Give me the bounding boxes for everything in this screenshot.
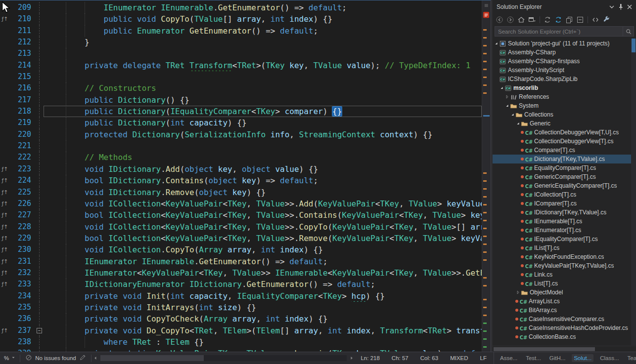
code-text[interactable] bbox=[44, 48, 482, 59]
tree-item[interactable]: Collections bbox=[493, 110, 636, 119]
tree-item[interactable]: C#IEnumerator[T].cs bbox=[493, 226, 636, 235]
chevron-expanded-icon[interactable] bbox=[499, 84, 504, 91]
document-health-error-icon[interactable] bbox=[483, 11, 490, 21]
implements-glyph-icon[interactable]: ƒ↑ bbox=[0, 209, 10, 221]
forward-icon[interactable] bbox=[505, 15, 515, 25]
position-item[interactable]: Ch: 57 bbox=[392, 355, 409, 361]
code-line[interactable]: 214 private delegate TRet Transform<TRet… bbox=[0, 60, 482, 71]
code-text[interactable]: private static KeyValuePair<TKey, TValue… bbox=[44, 348, 482, 352]
code-text[interactable]: public Dictionary(IEqualityComparer<TKey… bbox=[44, 106, 482, 117]
back-icon[interactable] bbox=[495, 15, 504, 25]
tree-item[interactable]: C#ICollection[T].cs bbox=[493, 190, 636, 199]
implements-glyph-icon[interactable]: ƒ↑ bbox=[0, 175, 10, 186]
implements-glyph-icon[interactable]: ƒ↑ bbox=[0, 256, 10, 267]
chevron-expanded-icon[interactable] bbox=[510, 111, 515, 118]
code-line[interactable]: 222 // Methods bbox=[0, 152, 482, 163]
code-line[interactable]: 238 where TRet : TElem {} bbox=[0, 336, 482, 348]
vscroll-thumb[interactable] bbox=[632, 39, 636, 52]
chevron-down-icon[interactable] bbox=[607, 2, 616, 11]
code-line[interactable]: 234 private void Init(int capacity, IEqu… bbox=[0, 290, 482, 302]
code-line[interactable]: ƒ↑224 bool IDictionary.Contains(object k… bbox=[0, 175, 482, 186]
tree-item[interactable]: C#GenericComparer[T].cs bbox=[493, 172, 636, 181]
implements-glyph-icon[interactable]: ƒ↑ bbox=[0, 279, 10, 290]
code-text[interactable]: private void CopyToCheck(Array array, in… bbox=[44, 313, 482, 324]
code-text[interactable]: void ICollection<KeyValuePair<TKey, TVal… bbox=[44, 198, 482, 209]
code-text[interactable]: void ICollection.CopyTo(Array array, int… bbox=[44, 244, 482, 255]
code-line[interactable]: ƒ↑210 public void CopyTo(TValue[] array,… bbox=[0, 13, 482, 25]
tool-window-tab[interactable]: Test... bbox=[524, 354, 543, 362]
code-line[interactable]: 239 private static KeyValuePair<TKey, TV… bbox=[0, 348, 482, 352]
tree-item[interactable]: C#ArrayList.cs bbox=[493, 297, 636, 306]
tree-item[interactable]: C#Assembly-UnityScript bbox=[493, 66, 636, 75]
code-text[interactable] bbox=[44, 140, 482, 152]
position-item[interactable]: Col: 63 bbox=[420, 355, 438, 361]
code-text[interactable]: private void Init(int capacity, IEqualit… bbox=[44, 290, 482, 302]
code-text[interactable]: private delegate TRet Transform<TRet>(TK… bbox=[44, 60, 482, 71]
implements-glyph-icon[interactable]: ƒ↑ bbox=[0, 233, 10, 244]
chevron-expanded-icon[interactable] bbox=[504, 102, 510, 109]
position-item[interactable]: MIXED bbox=[450, 355, 468, 361]
tree-item[interactable]: ObjectModel bbox=[493, 288, 636, 297]
code-line[interactable]: 217 public Dictionary() {} bbox=[0, 94, 482, 106]
tool-window-tab[interactable]: Tea... bbox=[626, 354, 636, 362]
tree-item[interactable]: C#Assembly-CSharp-firstpass bbox=[493, 57, 636, 66]
hscrollbar-thumb[interactable] bbox=[100, 355, 204, 361]
tree-item[interactable]: C#IEnumerable[T].cs bbox=[493, 217, 636, 226]
search-input[interactable] bbox=[495, 26, 623, 37]
code-line[interactable]: 220 protected Dictionary(SerializationIn… bbox=[0, 129, 482, 140]
tree-vertical-scrollbar[interactable] bbox=[631, 39, 636, 345]
chevron-expanded-icon[interactable] bbox=[494, 40, 499, 47]
tool-window-tab[interactable]: Class... bbox=[598, 354, 621, 362]
tree-item[interactable]: C#Dictionary[TKey,TValue].cs bbox=[493, 155, 636, 163]
search-icon[interactable] bbox=[623, 26, 634, 37]
code-text[interactable]: IEnumerator IEnumerable.GetEnumerator() … bbox=[44, 2, 482, 13]
code-line[interactable]: ƒ↑223 void IDictionary.Add(object key, o… bbox=[0, 163, 482, 175]
properties-wrench-icon[interactable] bbox=[601, 15, 611, 25]
tree-item[interactable]: References bbox=[493, 92, 636, 101]
code-text[interactable]: public Dictionary(int capacity) {} bbox=[44, 117, 482, 128]
tree-horizontal-scrollbar[interactable] bbox=[493, 346, 636, 352]
tree-item[interactable]: C#CollectionDebuggerView[T].cs bbox=[493, 137, 636, 146]
code-line[interactable]: ƒ↑226 void ICollection<KeyValuePair<TKey… bbox=[0, 198, 482, 209]
code-line[interactable]: ƒ↑233 IDictionaryEnumerator IDictionary.… bbox=[0, 279, 482, 290]
document-health-indicator[interactable]: No issues found bbox=[20, 354, 91, 362]
code-text[interactable]: } bbox=[44, 37, 482, 48]
implements-glyph-icon[interactable]: ƒ↑ bbox=[0, 163, 10, 175]
code-line[interactable]: ƒ↑228 void ICollection<KeyValuePair<TKey… bbox=[0, 221, 482, 233]
code-line[interactable]: 212 } bbox=[0, 37, 482, 48]
implements-glyph-icon[interactable]: ƒ↑ bbox=[0, 325, 10, 336]
tree-item[interactable]: C#EqualityComparer[T].cs bbox=[493, 163, 636, 172]
code-line[interactable]: ƒ↑237− private void Do_CopyTo<TRet, TEle… bbox=[0, 325, 482, 336]
tree-item[interactable]: C#CaseInsensitiveComparer.cs bbox=[493, 315, 636, 324]
close-icon[interactable] bbox=[625, 2, 634, 11]
implements-glyph-icon[interactable]: ƒ↑ bbox=[0, 244, 10, 255]
code-text[interactable] bbox=[44, 71, 482, 82]
code-line[interactable]: 211 public Enumerator GetEnumerator() =>… bbox=[0, 25, 482, 37]
tree-item[interactable]: C#IDictionary[TKey,TValue].cs bbox=[493, 208, 636, 217]
code-line[interactable]: ƒ↑229 bool ICollection<KeyValuePair<TKey… bbox=[0, 233, 482, 244]
code-text[interactable]: private void Do_CopyTo<TRet, TElem>(TEle… bbox=[44, 325, 482, 336]
tree-item[interactable]: C#mscorlib bbox=[493, 83, 636, 92]
tree-item[interactable]: Generic bbox=[493, 119, 636, 128]
tree-item[interactable]: C#IComparer[T].cs bbox=[493, 199, 636, 208]
position-item[interactable]: LF bbox=[480, 355, 487, 361]
code-line[interactable]: ƒ↑230 void ICollection.CopyTo(Array arra… bbox=[0, 244, 482, 255]
scroll-left-arrow[interactable] bbox=[91, 354, 99, 362]
tree-item[interactable]: C#GenericEqualityComparer[T].cs bbox=[493, 181, 636, 190]
code-text[interactable]: IEnumerator IEnumerable.GetEnumerator() … bbox=[44, 256, 482, 267]
code-line[interactable]: 216 // Constructors bbox=[0, 82, 482, 94]
editor-annotation-scrollbar[interactable] bbox=[482, 0, 491, 352]
code-text[interactable]: private void InitArrays(int size) {} bbox=[44, 302, 482, 313]
tree-item[interactable]: C#Comparer[T].cs bbox=[493, 146, 636, 155]
code-text[interactable]: IEnumerator<KeyValuePair<TKey, TValue>> … bbox=[44, 267, 482, 279]
code-line[interactable]: 236 private void CopyToCheck(Array array… bbox=[0, 313, 482, 324]
code-line[interactable]: 209 IEnumerator IEnumerable.GetEnumerato… bbox=[0, 2, 482, 13]
scroll-right-arrow[interactable] bbox=[348, 354, 356, 362]
chevron-expanded-icon[interactable] bbox=[515, 120, 521, 127]
code-text[interactable]: void ICollection<KeyValuePair<TKey, TVal… bbox=[44, 221, 482, 233]
code-line[interactable]: 215 bbox=[0, 71, 482, 82]
splitter-grip-icon[interactable] bbox=[483, 2, 490, 11]
tree-item[interactable]: C#IList[T].cs bbox=[493, 243, 636, 252]
tree-item[interactable]: C#BitArray.cs bbox=[493, 306, 636, 315]
code-text[interactable]: void IDictionary.Remove(object key) {} bbox=[44, 187, 482, 198]
